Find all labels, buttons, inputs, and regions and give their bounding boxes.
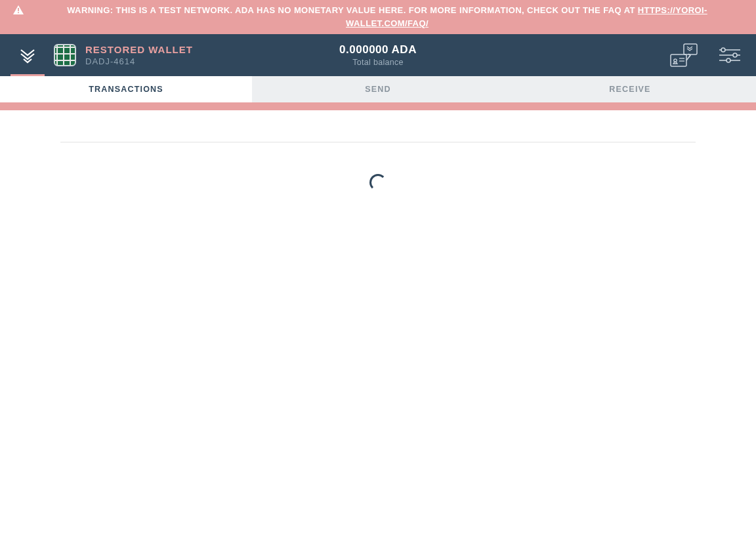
content-divider xyxy=(60,142,696,142)
paper-wallet-icon xyxy=(669,43,698,68)
tab-label: RECEIVE xyxy=(609,85,650,94)
svg-rect-0 xyxy=(18,8,19,11)
warning-prefix: WARNING: THIS IS A TEST NETWORK. ADA HAS… xyxy=(67,5,638,15)
active-nav-indicator xyxy=(10,74,45,76)
balance-label: Total balance xyxy=(339,58,417,67)
wallet-tabs: TRANSACTIONS SEND RECEIVE xyxy=(0,76,756,102)
settings-button[interactable] xyxy=(719,47,740,63)
wallet-name: RESTORED WALLET xyxy=(85,44,193,55)
tab-label: TRANSACTIONS xyxy=(89,85,163,94)
tab-send[interactable]: SEND xyxy=(252,76,504,102)
spinner-icon xyxy=(369,174,387,191)
yoroi-logo-icon xyxy=(17,45,38,66)
balance-block: 0.000000 ADA Total balance xyxy=(339,43,417,67)
wallet-header: RESTORED WALLET DADJ-4614 0.000000 ADA T… xyxy=(0,34,756,76)
wallet-avatar xyxy=(54,44,76,66)
svg-rect-2 xyxy=(684,44,697,54)
svg-point-8 xyxy=(721,48,725,52)
wallet-hash: DADJ-4614 xyxy=(85,56,193,66)
tab-receive[interactable]: RECEIVE xyxy=(504,76,756,102)
svg-rect-3 xyxy=(671,54,686,66)
balance-amount: 0.000000 ADA xyxy=(339,43,417,56)
tab-transactions[interactable]: TRANSACTIONS xyxy=(0,76,252,102)
svg-point-12 xyxy=(726,58,730,62)
tab-accent-strip xyxy=(0,102,756,110)
svg-rect-1 xyxy=(18,12,19,13)
svg-point-4 xyxy=(674,59,677,62)
home-button[interactable] xyxy=(10,34,45,76)
wallet-info: RESTORED WALLET DADJ-4614 xyxy=(85,44,193,66)
paper-wallet-button[interactable] xyxy=(669,43,698,68)
warning-text: WARNING: THIS IS A TEST NETWORK. ADA HAS… xyxy=(32,4,743,30)
svg-point-10 xyxy=(733,53,737,57)
warning-icon xyxy=(13,5,24,18)
settings-sliders-icon xyxy=(719,47,740,63)
test-network-warning-banner: WARNING: THIS IS A TEST NETWORK. ADA HAS… xyxy=(0,0,756,34)
loading-indicator xyxy=(369,174,387,191)
tab-label: SEND xyxy=(365,85,391,94)
transactions-content xyxy=(0,110,756,191)
